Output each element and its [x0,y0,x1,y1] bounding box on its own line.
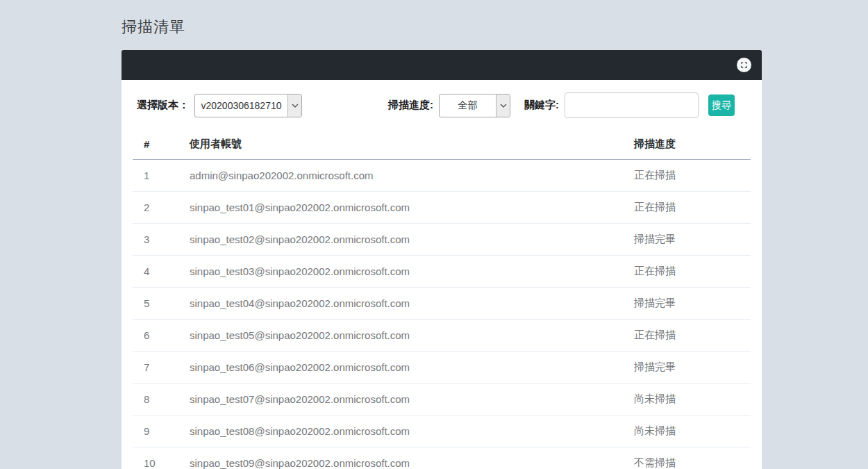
table-row: 9 sinpao_test08@sinpao202002.onmicrosoft… [133,415,751,447]
col-header-status: 掃描進度 [623,133,751,160]
row-index: 10 [133,447,178,469]
table-row: 3 sinpao_test02@sinpao202002.onmicrosoft… [133,224,751,256]
row-account: sinpao_test07@sinpao202002.onmicrosoft.c… [178,384,623,415]
row-account: sinpao_test09@sinpao202002.onmicrosoft.c… [178,447,623,469]
version-label: 選擇版本： [137,99,189,112]
panel-body: 選擇版本： v20200306182710 掃描進度: 全部 關鍵字: 搜尋 [122,80,762,469]
page-title: 掃描清單 [122,17,185,38]
row-index: 4 [133,256,178,288]
row-status: 尚未掃描 [623,384,751,415]
row-index: 8 [133,384,178,415]
row-index: 3 [133,224,178,256]
row-status: 不需掃描 [623,447,751,469]
row-account: admin@sinpao202002.onmicrosoft.com [178,160,623,192]
table-row: 4 sinpao_test03@sinpao202002.onmicrosoft… [133,256,751,288]
panel-header [122,50,762,80]
table-row: 8 sinpao_test07@sinpao202002.onmicrosoft… [133,384,751,415]
scan-list-panel: 選擇版本： v20200306182710 掃描進度: 全部 關鍵字: 搜尋 [122,50,762,469]
row-index: 2 [133,192,178,224]
table-row: 2 sinpao_test01@sinpao202002.onmicrosoft… [133,192,751,224]
progress-select[interactable]: 全部 [439,94,510,117]
col-header-account: 使用者帳號 [178,133,623,160]
keyword-label: 關鍵字: [524,99,559,112]
chevron-down-icon [287,94,301,117]
progress-select-value: 全部 [440,94,496,117]
row-status: 正在掃描 [623,192,751,224]
row-status: 掃描完畢 [623,288,751,320]
row-account: sinpao_test03@sinpao202002.onmicrosoft.c… [178,256,623,288]
scan-table: # 使用者帳號 掃描進度 1 admin@sinpao202002.onmicr… [133,133,751,469]
table-row: 10 sinpao_test09@sinpao202002.onmicrosof… [133,447,751,469]
row-index: 6 [133,320,178,352]
row-account: sinpao_test08@sinpao202002.onmicrosoft.c… [178,415,623,447]
row-status: 正在掃描 [623,256,751,288]
row-index: 9 [133,415,178,447]
table-row: 5 sinpao_test04@sinpao202002.onmicrosoft… [133,288,751,320]
table-row: 7 sinpao_test06@sinpao202002.onmicrosoft… [133,352,751,384]
row-status: 正在掃描 [623,320,751,352]
expand-icon[interactable] [737,58,751,72]
scan-table-body: 1 admin@sinpao202002.onmicrosoft.com 正在掃… [133,160,751,469]
chevron-down-icon [496,94,510,117]
filter-bar: 選擇版本： v20200306182710 掃描進度: 全部 關鍵字: 搜尋 [133,92,751,118]
row-status: 掃描完畢 [623,352,751,384]
progress-label: 掃描進度: [388,99,433,112]
row-account: sinpao_test04@sinpao202002.onmicrosoft.c… [178,288,623,320]
row-account: sinpao_test01@sinpao202002.onmicrosoft.c… [178,192,623,224]
search-button[interactable]: 搜尋 [708,94,735,116]
row-account: sinpao_test05@sinpao202002.onmicrosoft.c… [178,320,623,352]
version-select[interactable]: v20200306182710 [194,94,302,117]
row-account: sinpao_test06@sinpao202002.onmicrosoft.c… [178,352,623,384]
table-row: 1 admin@sinpao202002.onmicrosoft.com 正在掃… [133,160,751,192]
row-status: 正在掃描 [623,160,751,192]
table-row: 6 sinpao_test05@sinpao202002.onmicrosoft… [133,320,751,352]
row-index: 1 [133,160,178,192]
col-header-index: # [133,133,178,160]
keyword-input[interactable] [565,92,699,118]
table-header-row: # 使用者帳號 掃描進度 [133,133,751,160]
row-account: sinpao_test02@sinpao202002.onmicrosoft.c… [178,224,623,256]
row-status: 尚未掃描 [623,415,751,447]
row-index: 7 [133,352,178,384]
row-index: 5 [133,288,178,320]
version-select-value: v20200306182710 [195,94,287,117]
row-status: 掃描完畢 [623,224,751,256]
